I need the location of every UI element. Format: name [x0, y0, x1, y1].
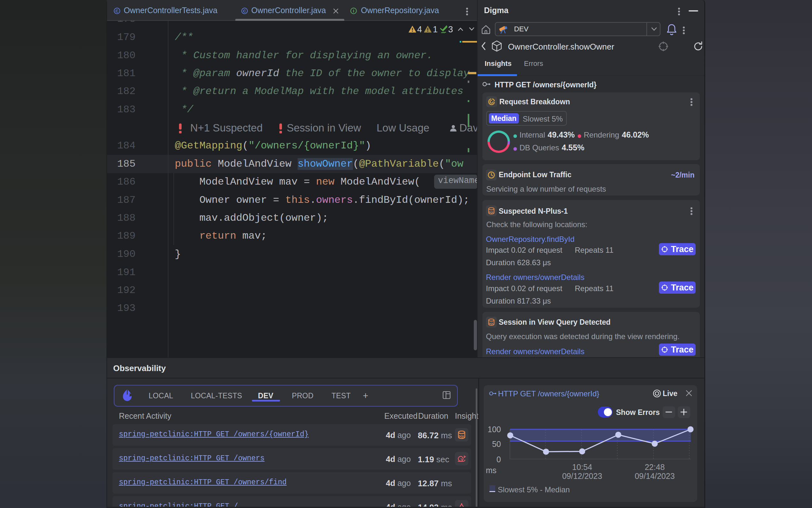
svg-text:SQL: SQL — [459, 435, 465, 438]
svg-text:SQL: SQL — [489, 322, 494, 325]
svg-text:I: I — [353, 9, 354, 13]
svg-text:C: C — [243, 9, 246, 13]
svg-text:C: C — [115, 9, 118, 13]
svg-text:SQL: SQL — [489, 211, 494, 214]
